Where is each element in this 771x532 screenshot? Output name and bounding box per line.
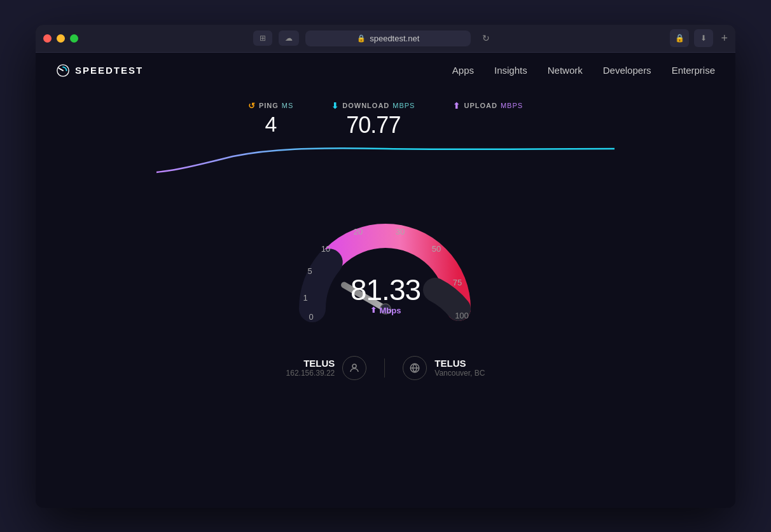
lock-icon: 🔒: [357, 34, 366, 43]
title-bar-right: 🔒 ⬇ +: [670, 29, 728, 47]
svg-text:100: 100: [455, 311, 469, 320]
isp-row: TELUS 162.156.39.22: [286, 356, 485, 380]
reload-button[interactable]: ↻: [477, 31, 495, 46]
title-bar-center: ⊞ ☁ 🔒 speedtest.net ↻: [78, 31, 670, 46]
download-stat: ⬇ DOWNLOAD Mbps 70.77: [331, 101, 415, 139]
speed-value: 81.33: [351, 275, 420, 304]
nav-insights[interactable]: Insights: [494, 65, 527, 76]
upload-label: ⬆ UPLOAD Mbps: [453, 101, 523, 111]
isp-left-ip: 162.156.39.22: [286, 369, 335, 378]
isp-right: TELUS Vancouver, BC: [403, 356, 485, 380]
close-button[interactable]: [43, 34, 52, 43]
graph-container: [156, 144, 615, 175]
download-label-text: DOWNLOAD: [342, 102, 389, 109]
svg-text:50: 50: [432, 244, 441, 254]
download-icon: ⬇: [331, 101, 339, 111]
speed-center: 81.33 ⬆ Mbps: [351, 275, 420, 315]
title-bar: ⊞ ☁ 🔒 speedtest.net ↻ 🔒 ⬇ +: [36, 25, 735, 53]
speedtest-logo-icon: [56, 64, 70, 78]
speedometer-svg: 0 1 5 10 20 30 50 75 100: [284, 188, 487, 341]
new-tab-button[interactable]: +: [721, 32, 728, 45]
download-value: 70.77: [346, 112, 400, 139]
shield-icon-button[interactable]: 🔒: [670, 29, 689, 47]
svg-text:10: 10: [321, 244, 330, 254]
tab-history-button[interactable]: ⊞: [253, 31, 272, 46]
ping-value: 4: [265, 112, 277, 137]
nav-links: Apps Insights Network Developers Enterpr…: [452, 65, 715, 76]
maximize-button[interactable]: [70, 34, 78, 43]
mac-window: ⊞ ☁ 🔒 speedtest.net ↻ 🔒 ⬇ + SPEEDTEST Ap…: [36, 25, 735, 508]
stats-row: ↺ PING ms 4 ⬇ DOWNLOAD Mbps 70.77 ⬆ UPLO…: [248, 101, 523, 139]
upload-icon: ⬆: [453, 101, 461, 111]
svg-point-12: [352, 364, 356, 368]
ping-label: ↺ PING ms: [248, 101, 293, 111]
svg-text:75: 75: [453, 278, 462, 287]
svg-text:5: 5: [307, 266, 312, 276]
upload-stat: ⬆ UPLOAD Mbps: [453, 101, 523, 139]
nav-developers[interactable]: Developers: [603, 65, 651, 76]
ping-stat: ↺ PING ms 4: [248, 101, 293, 137]
isp-right-location: Vancouver, BC: [434, 369, 485, 378]
speed-graph: [156, 144, 615, 175]
speed-unit-text: Mbps: [380, 306, 401, 315]
download-label: ⬇ DOWNLOAD Mbps: [331, 101, 415, 111]
isp-left-name: TELUS: [286, 358, 335, 369]
nav-enterprise[interactable]: Enterprise: [672, 65, 715, 76]
speedometer-container: 0 1 5 10 20 30 50 75 100: [284, 188, 487, 341]
isp-left: TELUS 162.156.39.22: [286, 356, 367, 380]
upload-arrow-icon: ⬆: [370, 306, 377, 315]
ping-label-text: PING: [259, 102, 279, 109]
svg-text:1: 1: [303, 293, 307, 303]
minimize-button[interactable]: [57, 34, 65, 43]
address-bar[interactable]: 🔒 speedtest.net: [305, 31, 471, 46]
download-icon-button[interactable]: ⬇: [694, 29, 713, 47]
isp-right-text: TELUS Vancouver, BC: [434, 358, 485, 378]
logo[interactable]: SPEEDTEST: [56, 64, 143, 78]
speed-unit: ⬆ Mbps: [351, 306, 420, 315]
isp-globe-icon: [403, 356, 427, 380]
upload-unit: Mbps: [501, 102, 523, 109]
isp-person-icon: [342, 356, 366, 380]
nav-apps[interactable]: Apps: [452, 65, 474, 76]
traffic-lights: [43, 34, 78, 43]
upload-label-text: UPLOAD: [464, 102, 497, 109]
svg-text:30: 30: [396, 227, 405, 236]
svg-text:20: 20: [354, 227, 363, 236]
ping-unit: ms: [282, 102, 294, 109]
ping-icon: ↺: [248, 101, 256, 111]
isp-right-name: TELUS: [434, 358, 485, 369]
upload-value: [485, 112, 491, 139]
svg-text:0: 0: [309, 312, 313, 322]
download-unit: Mbps: [392, 102, 415, 109]
nav-network[interactable]: Network: [548, 65, 583, 76]
isp-left-text: TELUS 162.156.39.22: [286, 358, 335, 378]
logo-text: SPEEDTEST: [75, 65, 143, 76]
main-content: ↺ PING ms 4 ⬇ DOWNLOAD Mbps 70.77 ⬆ UPLO…: [36, 88, 735, 508]
tab-cloud-button[interactable]: ☁: [279, 31, 299, 46]
isp-divider: [384, 358, 385, 378]
nav-bar: SPEEDTEST Apps Insights Network Develope…: [36, 53, 735, 88]
url-text: speedtest.net: [370, 34, 419, 43]
